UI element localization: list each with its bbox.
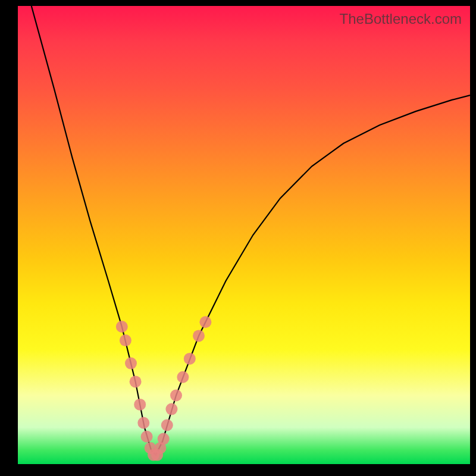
data-marker — [137, 417, 149, 429]
marker-group — [116, 316, 212, 461]
data-marker — [134, 399, 146, 411]
watermark-text: TheBottleneck.com — [340, 11, 462, 27]
data-marker — [165, 403, 177, 415]
data-marker — [120, 334, 131, 346]
data-marker — [170, 390, 182, 402]
data-marker — [116, 321, 128, 333]
data-marker — [130, 375, 142, 387]
plot-area: TheBottleneck.com — [18, 6, 470, 464]
data-marker — [151, 449, 163, 461]
data-marker — [177, 371, 189, 383]
data-marker — [154, 442, 166, 454]
data-marker — [193, 330, 205, 342]
data-marker — [125, 358, 137, 369]
chart-svg — [18, 6, 470, 464]
data-marker — [199, 316, 211, 328]
data-marker — [141, 431, 153, 443]
data-marker — [161, 419, 173, 431]
bottleneck-curve — [32, 6, 470, 455]
data-marker — [184, 353, 196, 365]
data-marker — [148, 449, 159, 461]
chart-container: TheBottleneck.com — [0, 0, 476, 476]
data-marker — [158, 433, 170, 445]
data-marker — [145, 442, 156, 454]
